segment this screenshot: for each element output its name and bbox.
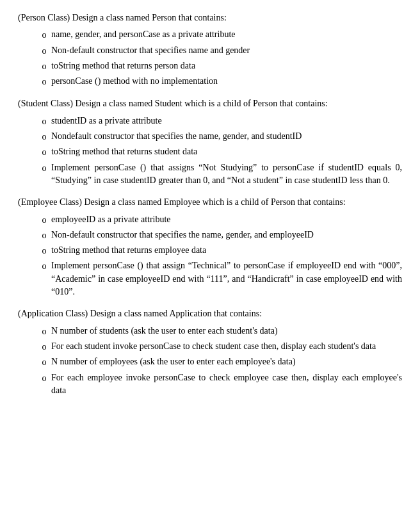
- list-item: oNon-default constructor that specifies …: [37, 44, 402, 58]
- heading-person-class: (Person Class) Design a class named Pers…: [18, 12, 402, 24]
- list-item: oImplement personCase () that assign “Te…: [37, 259, 402, 298]
- list-item: otoString method that returns employee d…: [37, 244, 402, 257]
- bullet-icon: o: [37, 213, 51, 227]
- bullet-text: Non-default constructor that specifies n…: [51, 44, 402, 57]
- bullet-text: name, gender, and personCase as a privat…: [51, 28, 402, 41]
- bullet-text: toString method that returns student dat…: [51, 145, 402, 158]
- heading-student-class: (Student Class) Design a class named Stu…: [18, 97, 402, 110]
- bullet-icon: o: [37, 130, 51, 143]
- list-item: otoString method that returns student da…: [37, 145, 402, 159]
- list-item: ostudentID as a private attribute: [37, 115, 402, 128]
- list-item: oN number of employees (ask the user to …: [37, 355, 402, 369]
- bullet-icon: o: [37, 145, 51, 159]
- heading-application-class: (Application Class) Design a class named…: [18, 307, 402, 320]
- list-item: oImplement personCase () that assigns “N…: [37, 161, 402, 188]
- list-item: oFor each employee invoke personCase to …: [37, 371, 402, 398]
- bullet-text: N number of employees (ask the user to e…: [51, 355, 402, 368]
- list-item: otoString method that returns person dat…: [37, 60, 402, 73]
- bullet-list-application-class: oN number of students (ask the user to e…: [37, 325, 402, 397]
- section-student-class: (Student Class) Design a class named Stu…: [18, 97, 402, 187]
- list-item: oname, gender, and personCase as a priva…: [37, 28, 402, 42]
- bullet-text: Implement personCase () that assigns “No…: [51, 161, 402, 188]
- bullet-text: For each student invoke personCase to ch…: [51, 340, 402, 353]
- bullet-icon: o: [37, 229, 51, 242]
- bullet-icon: o: [37, 115, 51, 128]
- document-content: (Person Class) Design a class named Pers…: [18, 12, 402, 397]
- bullet-text: Nondefault constructor that specifies th…: [51, 130, 402, 143]
- bullet-text: toString method that returns person data: [51, 60, 402, 72]
- list-item: oN number of students (ask the user to e…: [37, 325, 402, 338]
- list-item: opersonCase () method with no implementa…: [37, 75, 402, 88]
- bullet-text: employeeID as a private attribute: [51, 213, 402, 226]
- list-item: oNondefault constructor that specifies t…: [37, 130, 402, 143]
- bullet-list-person-class: oname, gender, and personCase as a priva…: [37, 28, 402, 88]
- bullet-icon: o: [37, 161, 51, 175]
- bullet-icon: o: [37, 325, 51, 338]
- bullet-list-employee-class: oemployeeID as a private attributeoNon-d…: [37, 213, 402, 299]
- bullet-icon: o: [37, 60, 51, 73]
- bullet-icon: o: [37, 44, 51, 58]
- section-employee-class: (Employee Class) Design a class named Em…: [18, 196, 402, 298]
- bullet-list-student-class: ostudentID as a private attributeoNondef…: [37, 115, 402, 187]
- bullet-icon: o: [37, 75, 51, 88]
- list-item: oemployeeID as a private attribute: [37, 213, 402, 227]
- bullet-text: Non-default constructor that specifies t…: [51, 229, 402, 241]
- bullet-text: Implement personCase () that assign “Tec…: [51, 259, 402, 298]
- bullet-text: N number of students (ask the user to en…: [51, 325, 402, 337]
- section-person-class: (Person Class) Design a class named Pers…: [18, 12, 402, 88]
- bullet-text: personCase () method with no implementat…: [51, 75, 402, 88]
- heading-employee-class: (Employee Class) Design a class named Em…: [18, 196, 402, 209]
- bullet-text: studentID as a private attribute: [51, 115, 402, 127]
- bullet-icon: o: [37, 244, 51, 257]
- bullet-icon: o: [37, 340, 51, 353]
- bullet-icon: o: [37, 259, 51, 273]
- bullet-icon: o: [37, 355, 51, 369]
- list-item: oFor each student invoke personCase to c…: [37, 340, 402, 353]
- bullet-text: For each employee invoke personCase to c…: [51, 371, 402, 398]
- section-application-class: (Application Class) Design a class named…: [18, 307, 402, 397]
- list-item: oNon-default constructor that specifies …: [37, 229, 402, 242]
- bullet-text: toString method that returns employee da…: [51, 244, 402, 257]
- bullet-icon: o: [37, 28, 51, 42]
- bullet-icon: o: [37, 371, 51, 385]
